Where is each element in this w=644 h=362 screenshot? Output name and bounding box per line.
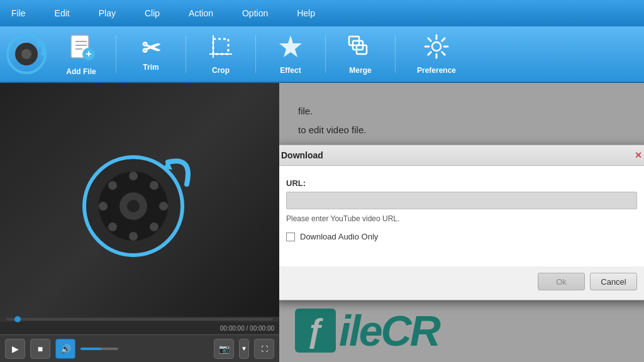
cancel-button[interactable]: Cancel	[590, 273, 637, 290]
dialog-titlebar: Download ✕	[279, 145, 644, 166]
video-panel: 00:00:00 / 00:00:00 ▶ ■ 🔊 📷 ▼	[0, 83, 279, 362]
preference-label: Preference	[417, 66, 456, 75]
preference-icon	[424, 34, 449, 63]
trim-label: Trim	[143, 63, 158, 72]
snapshot-button[interactable]: 📷	[214, 339, 234, 359]
url-hint: Please enter YouTube video URL.	[286, 214, 637, 223]
menu-action[interactable]: Action	[184, 6, 218, 21]
time-display: 00:00:00 / 00:00:00	[220, 325, 274, 332]
svg-text:+: +	[86, 48, 91, 59]
fullscreen-icon: ⛶	[261, 345, 268, 353]
menu-help[interactable]: Help	[292, 6, 320, 21]
merge-label: Merge	[349, 66, 371, 75]
toolbar-divider-5	[395, 35, 396, 73]
svg-point-30	[129, 172, 138, 180]
toolbar-divider-4	[325, 35, 326, 73]
trim-button[interactable]: ✂ Trim	[129, 37, 173, 72]
dialog-footer: Ok Cancel	[279, 266, 644, 300]
crop-button[interactable]: Crop	[199, 34, 243, 75]
svg-point-36	[108, 222, 117, 231]
dialog-close-button[interactable]: ✕	[635, 150, 642, 160]
merge-icon	[348, 34, 373, 63]
svg-point-29	[127, 200, 140, 212]
main-content: 00:00:00 / 00:00:00 ▶ ■ 🔊 📷 ▼	[0, 83, 644, 362]
toolbar-divider-1	[116, 35, 116, 73]
svg-line-24	[442, 38, 445, 40]
volume-button[interactable]: 🔊	[55, 339, 75, 359]
menu-bar: File Edit Play Clip Action Option Help	[0, 0, 644, 26]
menu-file[interactable]: File	[6, 6, 31, 21]
svg-marker-13	[279, 35, 302, 57]
svg-point-2	[21, 49, 31, 59]
volume-fill	[80, 348, 101, 350]
volume-icon: 🔊	[60, 344, 71, 354]
menu-edit[interactable]: Edit	[50, 6, 75, 21]
audio-only-checkbox[interactable]	[286, 233, 295, 241]
ok-button[interactable]: Ok	[538, 273, 585, 290]
fullscreen-button[interactable]: ⛶	[254, 339, 274, 359]
progress-thumb	[14, 316, 21, 322]
menu-option[interactable]: Option	[237, 6, 273, 21]
url-input[interactable]	[286, 192, 637, 209]
progress-track[interactable]	[6, 318, 273, 321]
svg-point-37	[150, 181, 158, 190]
add-file-icon: +	[67, 33, 95, 64]
svg-point-31	[129, 232, 138, 241]
toolbar: + Add File ✂ Trim Crop Effect	[0, 26, 644, 83]
stop-icon: ■	[38, 344, 43, 354]
crop-label: Crop	[212, 66, 230, 75]
volume-slider[interactable]	[80, 348, 118, 350]
app-logo	[77, 137, 203, 263]
trim-icon: ✂	[142, 37, 160, 60]
timeline-bar: 00:00:00 / 00:00:00	[0, 322, 279, 334]
effect-button[interactable]: Effect	[269, 34, 313, 75]
stop-button[interactable]: ■	[30, 339, 50, 359]
svg-point-32	[99, 202, 108, 211]
svg-line-25	[428, 52, 431, 54]
menu-clip[interactable]: Clip	[140, 6, 165, 21]
effect-label: Effect	[280, 66, 301, 75]
svg-point-17	[432, 42, 441, 51]
effect-icon	[278, 34, 303, 63]
svg-line-22	[428, 38, 431, 40]
svg-point-35	[150, 222, 158, 231]
play-button[interactable]: ▶	[5, 339, 25, 359]
download-dialog: Download ✕ URL: Please enter YouTube vid…	[279, 145, 644, 300]
snapshot-dropdown[interactable]: ▼	[239, 339, 249, 359]
url-label: URL:	[286, 178, 637, 188]
menu-play[interactable]: Play	[94, 6, 121, 21]
preference-button[interactable]: Preference	[408, 34, 465, 75]
right-panel: file. to edit video file. "file" list. ƒ…	[279, 83, 644, 362]
add-file-label: Add File	[66, 67, 96, 76]
play-icon: ▶	[12, 344, 19, 354]
svg-point-33	[159, 202, 168, 211]
video-area	[0, 83, 279, 317]
audio-only-label: Download Audio Only	[300, 232, 378, 241]
chevron-down-icon: ▼	[241, 345, 247, 352]
audio-only-row: Download Audio Only	[286, 232, 637, 241]
camera-icon: 📷	[219, 344, 230, 354]
toolbar-divider-2	[186, 35, 186, 73]
crop-icon	[208, 34, 233, 63]
merge-button[interactable]: Merge	[338, 34, 382, 75]
svg-line-23	[442, 52, 445, 54]
controls-bar: ▶ ■ 🔊 📷 ▼ ⛶	[0, 334, 279, 362]
toolbar-divider-3	[255, 35, 256, 73]
progress-bar-row[interactable]	[0, 317, 279, 322]
svg-rect-10	[213, 39, 228, 54]
add-file-button[interactable]: + Add File	[59, 33, 103, 76]
dialog-title: Download	[281, 150, 323, 160]
dialog-body: URL: Please enter YouTube video URL. Dow…	[279, 166, 644, 266]
svg-point-34	[108, 181, 117, 190]
